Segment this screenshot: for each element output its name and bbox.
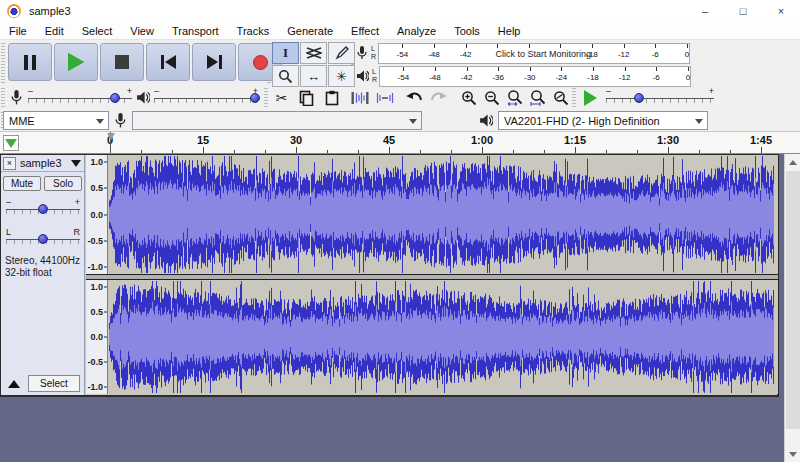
menu-tools[interactable]: Tools [445,23,489,39]
waveform-left-channel[interactable] [109,155,778,274]
pencil-icon [335,46,349,60]
playback-meter-scale[interactable]: -54-48-42-36-30-24-18-12-60 [379,66,691,87]
timeline-minor-tick [234,150,235,153]
close-button[interactable]: × [762,0,800,22]
recording-meter-scale[interactable]: -54-48-42-18-12-60Click to Start Monitor… [378,43,690,64]
zoom-tool-button[interactable] [272,65,299,87]
undo-icon [405,91,423,104]
zoom-toggle-button[interactable] [549,87,572,108]
slider-thumb[interactable] [38,204,48,214]
playhead-pin-icon[interactable] [107,133,115,140]
meter-tick [402,44,403,48]
solo-button[interactable]: Solo [44,176,82,191]
audio-host-select[interactable]: MME [3,111,109,130]
track-close-button[interactable]: × [3,157,16,170]
zoom-in-button[interactable] [457,87,480,108]
selection-tool-button[interactable]: I [272,42,299,64]
monitor-text[interactable]: Click to Start Monitoring [496,49,592,59]
scrollbar-thumb[interactable] [786,171,800,429]
multi-tool-button[interactable]: ✳ [328,65,355,87]
stop-button[interactable] [100,43,144,81]
gain-max-label: + [75,197,80,207]
mute-button[interactable]: Mute [3,176,41,191]
menu-analyze[interactable]: Analyze [388,23,445,39]
timeline-label: 1:00 [471,134,493,146]
zoom-out-button[interactable] [480,87,503,108]
recording-meter[interactable]: LR -54-48-42-18-12-60Click to Start Moni… [356,42,690,64]
envelope-icon [306,47,322,59]
timeline-major-tick [203,147,204,153]
waveform-right-channel[interactable] [109,280,778,394]
meter-db-label: -12 [619,73,631,82]
menu-view[interactable]: View [121,23,163,39]
double-arrow-icon: ↔ [307,69,320,84]
maximize-button[interactable]: □ [724,0,762,22]
track-select-button[interactable]: Select [28,375,80,392]
skip-to-start-button[interactable] [146,43,190,81]
track-name[interactable]: sample3 [20,157,71,169]
mixer-toolbar-grip[interactable] [1,88,5,108]
copy-button[interactable] [295,87,318,108]
menu-tracks[interactable]: Tracks [228,23,279,39]
silence-audio-button[interactable] [373,87,396,108]
track-collapse-button[interactable] [4,376,24,391]
playback-device-select[interactable]: VA2201-FHD (2- High Definition [498,111,708,130]
meter-tick [498,67,499,71]
scissors-icon: ✂ [276,90,288,106]
menu-select[interactable]: Select [73,23,122,39]
fit-selection-icon [507,89,523,107]
slider-thumb[interactable] [38,234,48,244]
vertical-scale-right-channel[interactable]: 1.00.50.0-0.5-1.0 [86,280,108,394]
playback-device-speaker-icon [479,113,493,128]
envelope-tool-button[interactable] [300,42,327,64]
waveform-area-left[interactable] [109,155,778,274]
draw-tool-button[interactable] [328,42,355,64]
playspeed-toolbar-grip[interactable] [572,88,576,108]
paste-button[interactable] [320,87,343,108]
play-button[interactable] [54,43,98,81]
undo-button[interactable] [402,87,425,108]
redo-button[interactable] [427,87,450,108]
scroll-up-button[interactable] [785,154,800,170]
menu-help[interactable]: Help [489,23,530,39]
vertical-scrollbar[interactable] [784,154,800,462]
amplitude-label: -1.0 [87,262,103,272]
playback-meter[interactable]: LR -54-48-42-36-30-24-18-12-60 [356,65,691,87]
menu-file[interactable]: File [0,23,36,39]
slider-thumb[interactable] [250,93,260,103]
edit-toolbar-grip[interactable] [264,88,268,108]
playback-volume-slider[interactable]: – + [154,86,258,108]
play-at-speed-button[interactable] [579,88,601,108]
waveform-area-right[interactable] [109,280,778,394]
track-gain-slider[interactable]: – + [6,197,80,217]
menu-generate[interactable]: Generate [278,23,342,39]
cut-button[interactable]: ✂ [270,87,293,108]
menu-effect[interactable]: Effect [342,23,388,39]
track-menu-icon[interactable] [71,160,81,167]
menu-edit[interactable]: Edit [36,23,73,39]
pan-right-label: R [74,227,81,237]
timeline-minor-tick [265,150,266,153]
transport-toolbar-grip[interactable] [1,43,5,84]
fit-selection-button[interactable] [503,87,526,108]
ibeam-icon: I [283,45,288,61]
meter-db-label: -6 [653,73,660,82]
timeline-label: 45 [383,134,395,146]
pause-button[interactable] [8,43,52,81]
recording-volume-slider[interactable]: – + [28,86,132,108]
menu-transport[interactable]: Transport [163,23,228,39]
recording-device-select[interactable] [132,111,422,130]
minimize-button[interactable]: – [686,0,724,22]
scroll-down-button[interactable] [785,446,800,462]
vertical-scale-left-channel[interactable]: 1.00.50.0-0.5-1.0 [86,155,108,274]
track-pan-slider[interactable]: L R [6,227,80,247]
skip-to-end-button[interactable] [192,43,236,81]
timeline-ruler[interactable]: 01530451:001:151:301:45 [0,132,800,154]
timeline-minor-tick [606,150,607,153]
timeline-major-tick [389,147,390,153]
playback-speed-slider[interactable]: – + [606,86,714,108]
trim-audio-button[interactable] [348,87,371,108]
time-shift-tool-button[interactable]: ↔ [300,65,327,87]
arrow-down-icon [789,452,797,457]
fit-project-button[interactable] [526,87,549,108]
